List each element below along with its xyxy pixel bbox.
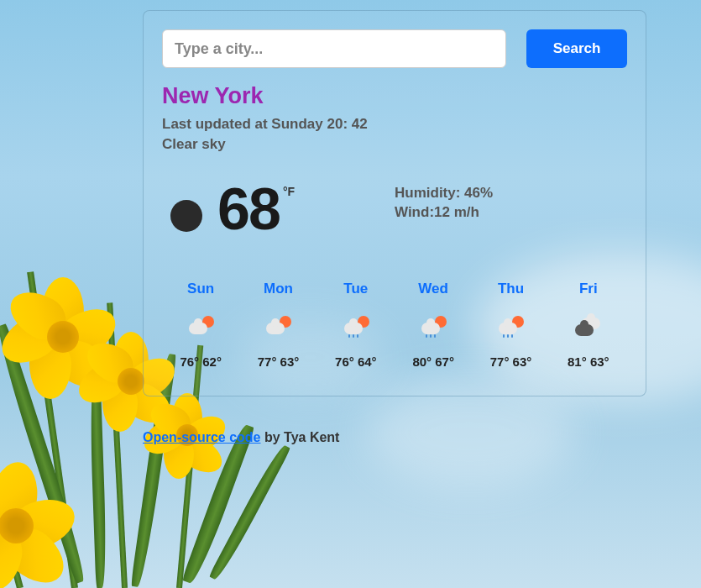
weather-description: Clear sky: [162, 134, 627, 155]
partly-cloudy-icon: [187, 316, 214, 336]
source-code-link[interactable]: Open-source code: [143, 430, 260, 444]
wind: Wind:12 m/h: [395, 202, 627, 223]
day-label: Sun: [162, 281, 239, 297]
day-label: Fri: [550, 281, 627, 297]
day-label: Mon: [239, 281, 316, 297]
weather-card: Search New York Last updated at Sunday 2…: [143, 10, 646, 396]
day-label: Tue: [317, 281, 395, 297]
forecast-day: Tue76° 64°: [317, 281, 395, 369]
forecast-day: Fri81° 63°: [550, 281, 627, 369]
dark-cloud-icon: [575, 316, 602, 336]
day-temps: 81° 63°: [550, 354, 627, 369]
forecast-day: Sun76° 62°: [162, 281, 239, 369]
forecast-day: Thu77° 63°: [472, 281, 549, 369]
current-temperature: 68: [217, 180, 280, 239]
forecast-day: Mon77° 63°: [239, 281, 316, 369]
search-button[interactable]: Search: [526, 29, 627, 68]
rain-icon: [497, 316, 524, 336]
day-temps: 77° 63°: [239, 354, 316, 369]
day-temps: 76° 64°: [317, 354, 395, 369]
temperature-unit: °F: [283, 185, 295, 198]
rain-icon: [343, 316, 369, 336]
day-label: Wed: [395, 281, 472, 297]
footer: Open-source code by Tya Kent: [143, 430, 646, 445]
forecast-day: Wed80° 67°: [395, 281, 472, 369]
day-temps: 77° 63°: [472, 354, 549, 369]
day-temps: 76° 62°: [162, 354, 239, 369]
forecast-row: Sun76° 62°Mon77° 63°Tue76° 64°Wed80° 67°…: [162, 281, 627, 369]
author-text: by Tya Kent: [260, 430, 339, 444]
current-weather-icon: [170, 200, 202, 232]
partly-cloudy-icon: [264, 316, 291, 336]
day-label: Thu: [472, 281, 549, 297]
rain-icon: [420, 316, 447, 336]
city-search-input[interactable]: [162, 29, 506, 68]
humidity: Humidity: 46%: [395, 183, 627, 203]
city-name: New York: [162, 83, 627, 109]
day-temps: 80° 67°: [395, 354, 472, 369]
last-updated: Last updated at Sunday 20: 42: [162, 114, 627, 134]
